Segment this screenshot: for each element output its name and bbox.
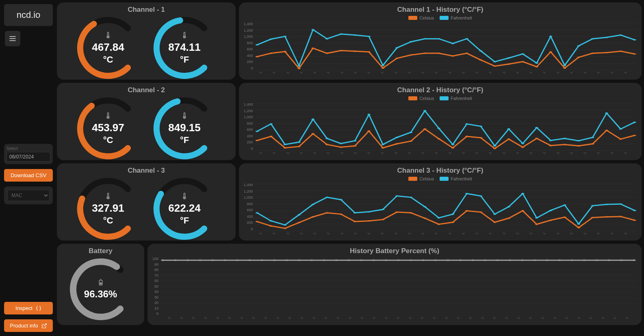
svg-point-159 [437,223,440,225]
svg-point-113 [325,138,328,139]
svg-point-108 [255,131,258,132]
svg-point-223 [248,260,252,261]
celsius-gauge: 467.84 °C [74,15,143,80]
svg-point-104 [591,143,594,144]
svg-rect-204 [100,282,102,284]
celsius-value: 453.97 [92,121,124,134]
svg-point-102 [563,144,566,145]
thermometer-icon [104,31,112,40]
svg-point-175 [269,220,273,221]
svg-point-182 [367,211,371,212]
svg-point-86 [339,147,343,148]
svg-line-3 [44,323,46,326]
channel-3-gauge-panel: Channel - 3 327.91 °C 622.24 °F [57,163,236,241]
svg-point-189 [465,193,468,194]
svg-point-199 [605,204,608,205]
svg-point-217 [173,260,177,261]
svg-point-123 [465,123,468,124]
svg-point-91 [409,141,412,142]
date-input[interactable] [7,152,50,162]
plot-area[interactable] [255,183,637,232]
svg-point-156 [395,212,399,213]
svg-point-100 [535,138,538,139]
svg-point-5 [184,36,185,37]
svg-point-43 [269,39,273,40]
plot-area[interactable] [255,22,637,71]
product-info-button[interactable]: Product info [4,319,53,332]
svg-point-95 [465,136,468,137]
fahrenheit-value: 849.15 [168,121,201,134]
svg-point-90 [395,143,399,144]
hamburger-menu-button[interactable] [5,31,20,46]
svg-point-181 [353,212,356,213]
svg-point-252 [607,260,611,261]
svg-point-45 [297,65,301,66]
svg-point-168 [563,217,566,218]
svg-point-128 [535,127,538,128]
svg-point-148 [283,228,286,229]
svg-point-126 [507,128,510,130]
svg-point-40 [619,51,622,52]
svg-point-16 [283,51,286,52]
svg-point-23 [381,67,384,69]
inspect-button[interactable]: Inspect [4,302,53,314]
svg-point-116 [367,114,371,115]
download-csv-button[interactable]: Download CSV [4,169,53,182]
mac-select-card: MAC [4,186,53,204]
svg-point-93 [437,138,440,139]
svg-point-240 [458,260,462,261]
y-axis: 1009080706050403020100 [152,257,158,316]
svg-point-96 [479,137,482,138]
svg-point-39 [605,52,608,53]
svg-point-237 [421,260,425,261]
svg-point-19 [325,52,328,54]
svg-point-70 [108,117,108,117]
channel-1-history-panel: Channel 1 - History (°C/°F) Celsius Fahr… [239,2,642,80]
svg-point-57 [465,38,468,39]
svg-point-118 [395,137,399,138]
svg-point-229 [322,260,326,261]
plot-area[interactable] [160,257,637,316]
svg-point-227 [297,260,301,261]
svg-point-153 [353,221,356,222]
svg-point-134 [619,128,622,130]
svg-point-226 [285,260,288,261]
celsius-unit: °C [103,215,113,226]
thermometer-icon [104,112,112,121]
svg-point-99 [521,147,524,148]
chart-legend: Celsius Fahrenheit [244,15,637,20]
plot-area[interactable] [255,102,637,152]
svg-point-83 [297,146,301,147]
svg-point-174 [255,212,258,213]
battery-value: 96.36% [84,288,117,300]
channel-2-gauge-panel: Channel - 2 453.97 °C 849.15 °F [57,83,236,160]
svg-point-146 [255,221,258,222]
svg-point-51 [381,65,384,66]
svg-point-120 [423,110,426,111]
svg-point-133 [605,113,608,114]
svg-point-241 [471,260,475,261]
x-axis: 15:48:2015:48:2015:48:2015:48:2015:48:20… [244,72,637,76]
mac-select[interactable]: MAC [7,190,50,201]
panel-title: Channel - 2 [62,86,231,94]
svg-point-52 [395,47,399,48]
svg-point-219 [198,260,202,261]
svg-point-246 [533,260,536,261]
svg-point-242 [483,260,487,261]
svg-point-160 [451,221,454,223]
svg-point-121 [437,128,440,129]
svg-point-244 [508,260,512,261]
svg-point-107 [633,135,636,136]
svg-point-235 [397,260,400,261]
svg-point-190 [479,195,482,197]
fahrenheit-gauge: 874.11 °F [150,15,219,80]
svg-point-124 [479,126,482,127]
svg-point-25 [409,54,412,56]
svg-point-47 [325,38,328,39]
svg-point-27 [437,52,440,54]
svg-point-119 [409,132,412,133]
svg-point-155 [381,219,384,220]
svg-point-44 [283,36,286,37]
svg-point-81 [269,136,273,137]
svg-point-105 [605,130,608,131]
